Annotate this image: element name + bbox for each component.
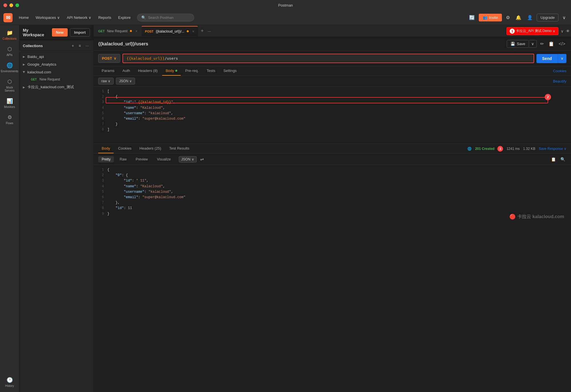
new-button[interactable]: New xyxy=(52,28,68,37)
search-bar[interactable]: 🔍 Search Postman xyxy=(137,14,194,21)
filter-icon[interactable]: ⇌ xyxy=(199,155,205,163)
save-response-button[interactable]: Save Response ∨ xyxy=(539,147,566,151)
tab-close-button[interactable]: × xyxy=(192,29,194,34)
resp-line-1: 1 { xyxy=(94,167,571,173)
search-response-icon[interactable]: 🔍 xyxy=(559,156,566,163)
chevron-down-icon: ∨ xyxy=(108,79,110,83)
maximize-button[interactable] xyxy=(15,3,19,7)
request-body-editor[interactable]: 1 [ 2 { 3 "id":" {{kalacloud_id}}", 4 xyxy=(94,87,571,144)
collection-item-baidu[interactable]: ▶ Baidu_api xyxy=(19,53,93,61)
upgrade-button[interactable]: Upgrade xyxy=(537,14,558,21)
send-dropdown-button[interactable]: ∨ xyxy=(558,54,566,63)
response-lang-select[interactable]: JSON ∨ xyxy=(179,156,197,162)
sidebar-item-mock-servers[interactable]: ⬡ Mock Servers xyxy=(1,76,18,95)
response-status: 201 Created 3 xyxy=(475,146,503,152)
view-raw-button[interactable]: Raw xyxy=(116,156,130,162)
sidebar-item-monitors[interactable]: 📊 Monitors xyxy=(1,96,18,111)
collection-name: Google_Analytics xyxy=(27,62,56,67)
chevron-down-icon[interactable]: ∨ xyxy=(561,29,564,33)
tab-get-new-request[interactable]: GET New Request × xyxy=(95,26,141,36)
tab-prereq[interactable]: Pre-req. xyxy=(182,66,202,76)
view-visualize-button[interactable]: Visualize xyxy=(154,156,174,162)
raw-select[interactable]: raw ∨ xyxy=(98,78,114,85)
nav-workspaces[interactable]: Workspaces ∨ xyxy=(33,14,63,21)
sync-icon[interactable]: 🔄 xyxy=(467,13,476,22)
resp-tab-test-results[interactable]: Test Results xyxy=(166,144,193,153)
method-label-get: GET xyxy=(98,29,105,33)
close-button[interactable] xyxy=(3,3,7,7)
save-dropdown-button[interactable]: ∨ xyxy=(529,40,537,48)
response-area: Body Cookies Headers (25) Test Results 🌐… xyxy=(94,144,571,229)
tab-body[interactable]: Body xyxy=(162,66,181,76)
code-icon[interactable]: </> xyxy=(558,40,566,48)
collection-item-kalacloud-test[interactable]: ▶ 卡拉云_kalacloud.com_测试 xyxy=(19,83,93,91)
method-label-post: POST xyxy=(145,30,154,33)
resp-tab-body[interactable]: Body xyxy=(98,144,114,153)
save-button[interactable]: 💾 Save xyxy=(507,40,529,48)
filter-button[interactable]: ≡ xyxy=(77,43,82,49)
tab-settings[interactable]: Settings xyxy=(220,66,240,76)
eye-icon[interactable]: 👁 xyxy=(566,29,570,33)
resp-tab-cookies[interactable]: Cookies xyxy=(115,144,135,153)
send-button[interactable]: Send xyxy=(536,54,558,63)
collection-item-kalacloud[interactable]: ▶ kalacloud.com xyxy=(19,68,93,76)
sidebar-item-apis[interactable]: ⬡ APIs xyxy=(1,44,18,59)
edit-icon[interactable]: ✏ xyxy=(539,40,545,48)
app-logo[interactable]: ✉ xyxy=(3,13,13,22)
sidebar-item-environments[interactable]: 🌐 Environments xyxy=(1,60,18,75)
workspace-bar: My Workspace New Import xyxy=(19,25,93,40)
add-collection-button[interactable]: + xyxy=(71,43,75,49)
nav-api-network[interactable]: API Network ∨ xyxy=(64,14,94,21)
collection-name: 卡拉云_kalacloud.com_测试 xyxy=(27,85,74,90)
body-toolbar: raw ∨ JSON ∨ Beautify xyxy=(94,76,571,87)
tab-headers[interactable]: Headers (8) xyxy=(135,66,161,76)
sidebar-item-collections[interactable]: 📁 Collections xyxy=(1,27,18,43)
more-tabs-button[interactable]: ··· xyxy=(207,28,212,35)
save-icon: 💾 xyxy=(510,42,515,46)
sidebar-item-flows[interactable]: ⚙ Flows xyxy=(1,112,18,127)
nav-home[interactable]: Home xyxy=(16,14,32,21)
json-select[interactable]: JSON ∨ xyxy=(116,78,135,85)
user-avatar[interactable]: 👤 xyxy=(525,13,534,22)
view-pretty-button[interactable]: Pretty xyxy=(98,156,114,162)
beautify-button[interactable]: Beautify xyxy=(553,79,566,83)
tab-params[interactable]: Params xyxy=(98,66,118,76)
sidebar-item-history[interactable]: 🕐 History xyxy=(1,375,18,390)
nav-explore[interactable]: Explore xyxy=(115,14,134,21)
collections-icon: 📁 xyxy=(7,30,13,36)
collection-item-analytics[interactable]: ▶ Google_Analytics xyxy=(19,61,93,68)
settings-icon[interactable]: ⚙ xyxy=(504,13,512,22)
resp-line-5: 5 "username": "kalacloud", xyxy=(94,189,571,195)
method-select[interactable]: POST ∨ xyxy=(98,54,120,63)
kalacloud-logo: 🔴 xyxy=(509,214,516,220)
workspace-name: My Workspace xyxy=(23,28,49,37)
resp-line-2: 2 "0": { xyxy=(94,173,571,178)
tab-post-kalacloud[interactable]: POST {{kalacloud_url}}/... × xyxy=(142,26,198,36)
share-icon[interactable]: 📋 xyxy=(547,40,555,48)
response-body-editor[interactable]: 1 { 2 "0": { 3 "id": " 11", xyxy=(94,165,571,222)
add-tab-button[interactable]: + xyxy=(198,27,206,35)
environment-selector[interactable]: 1 卡拉云_API 测试 Demo ∨ xyxy=(506,27,558,35)
nav-reports[interactable]: Reports xyxy=(95,14,114,21)
sub-request-new[interactable]: GET New Request xyxy=(19,76,93,83)
url-input[interactable]: {{kalacloud_url}}/users xyxy=(122,54,534,63)
chevron-down-icon[interactable]: ∨ xyxy=(561,13,568,22)
window-controls xyxy=(3,3,19,7)
notification-icon[interactable]: 🔔 xyxy=(514,13,523,22)
tab-auth[interactable]: Auth xyxy=(119,66,134,76)
invite-button[interactable]: 👥 Invite xyxy=(479,14,502,21)
copy-icon[interactable]: 📋 xyxy=(550,156,557,163)
resp-line-3: 3 "id": " 11", xyxy=(94,178,571,184)
unsaved-dot xyxy=(130,30,132,32)
postman-icon: ✉ xyxy=(6,15,10,21)
more-options-button[interactable]: ··· xyxy=(84,43,90,49)
request-area: {{kalacloud_url}}/users 💾 Save ∨ ✏ 📋 </> xyxy=(94,37,571,392)
import-button[interactable]: Import xyxy=(70,28,90,37)
minimize-button[interactable] xyxy=(9,3,13,7)
resp-tab-headers[interactable]: Headers (25) xyxy=(136,144,165,153)
view-preview-button[interactable]: Preview xyxy=(132,156,151,162)
tab-close-button[interactable]: × xyxy=(135,29,138,33)
cookies-link[interactable]: Cookies xyxy=(553,69,566,73)
response-meta: 🌐 201 Created 3 1241 ms 1.32 KB Save Res… xyxy=(467,146,566,152)
tab-tests[interactable]: Tests xyxy=(203,66,219,76)
